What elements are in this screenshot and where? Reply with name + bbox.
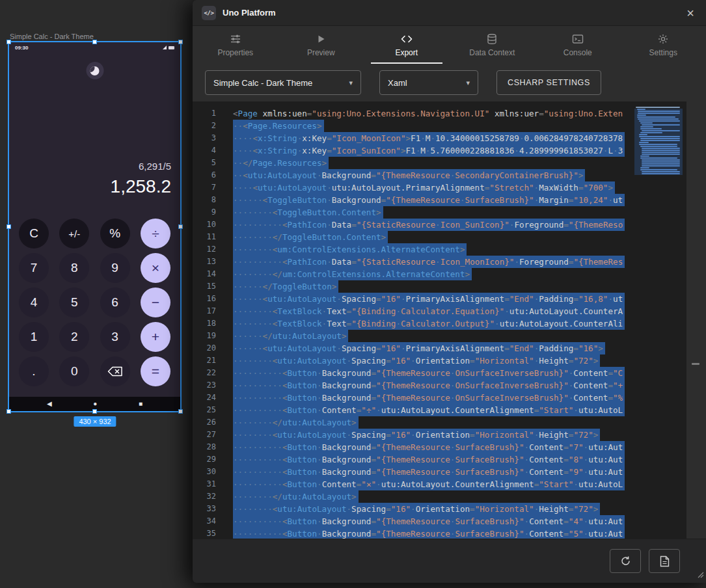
calc-button-9[interactable]: 9 (100, 253, 130, 283)
calc-button-=[interactable]: = (141, 356, 170, 386)
code-line[interactable]: ··········<Button·Background="{ThemeReso… (233, 392, 634, 404)
export-file-button[interactable] (649, 549, 680, 573)
calc-button-+[interactable]: + (141, 322, 170, 352)
window-titlebar[interactable]: </> Uno Platform × (193, 0, 706, 26)
code-line[interactable]: ····<x:String·x:Key="Icon_SunIcon">F1·M·… (233, 144, 634, 157)
selection-handle-se[interactable] (178, 409, 183, 414)
selection-handle-w[interactable] (7, 224, 11, 229)
code-line[interactable]: ··········<Button·Background="{ThemeReso… (233, 441, 634, 453)
calc-button-4[interactable]: 4 (19, 287, 49, 317)
code-line[interactable]: ··········<Button·Background="{ThemeReso… (233, 528, 634, 539)
calc-button-+/-[interactable]: +/- (59, 219, 89, 248)
minimap[interactable] (634, 101, 686, 539)
refresh-button[interactable] (610, 549, 641, 573)
code-line[interactable]: ········<ToggleButton.Content> (233, 206, 634, 219)
resize-grip[interactable] (696, 569, 704, 581)
minimap-line (638, 118, 679, 120)
selection-handle-e[interactable] (178, 224, 183, 229)
code-line[interactable]: ········</ToggleButton.Content> (233, 231, 634, 243)
code-line[interactable]: ··········<Button·Background="{ThemeReso… (233, 515, 634, 528)
calc-button-×[interactable]: × (141, 253, 170, 283)
code-line[interactable]: ········</um:ControlExtensions.Alternate… (233, 268, 634, 280)
calc-button-8[interactable]: 8 (59, 253, 89, 283)
csharp-settings-button[interactable]: CSHARP SETTINGS (496, 70, 601, 95)
code-line[interactable]: <Page xmlns:uen="using:Uno.Extensions.Na… (233, 107, 634, 120)
calc-button-1[interactable]: 1 (19, 322, 49, 352)
line-number: 8 (193, 194, 220, 206)
calc-button-−[interactable]: − (141, 287, 170, 317)
calc-button-3[interactable]: 3 (100, 322, 130, 352)
code-line[interactable]: ······<utu:AutoLayout·Spacing="16"·Prima… (233, 293, 634, 305)
tab-console[interactable]: Console (535, 26, 621, 64)
code-line[interactable]: ··········<Button·Background="{ThemeReso… (233, 453, 634, 466)
calc-button-0[interactable]: 0 (59, 356, 89, 386)
minimap-line (640, 128, 662, 129)
theme-toggle-button[interactable] (86, 62, 103, 79)
close-icon[interactable]: × (686, 7, 694, 20)
phone-artboard[interactable]: 09:30 6,291/5 1,258.2 C+/-%÷789×456−123+… (9, 42, 180, 411)
code-line[interactable]: ··</Page.Resources> (233, 157, 634, 169)
code-line[interactable]: ········<utu:AutoLayout·Spacing="16"·Ori… (233, 354, 634, 367)
back-icon[interactable]: ◀ (47, 401, 52, 407)
scrollbar[interactable] (686, 101, 706, 539)
tab-data-context[interactable]: Data Context (450, 26, 536, 64)
tab-preview[interactable]: Preview (278, 26, 364, 64)
code-line[interactable]: ··········<PathIcon·Data="{StaticResourc… (233, 219, 634, 231)
code-line[interactable]: ······<ToggleButton·Background="{ThemeRe… (233, 194, 634, 206)
code-line[interactable]: ········<utu:AutoLayout·Spacing="16"·Ori… (233, 429, 634, 441)
minimap-line (642, 165, 680, 167)
minimap-line (642, 148, 680, 149)
code-line[interactable]: ··········<Button·Background="{ThemeReso… (233, 466, 634, 478)
line-number: 16 (193, 293, 220, 305)
calc-button-7[interactable]: 7 (19, 253, 49, 283)
code-lines[interactable]: <Page xmlns:uen="using:Uno.Extensions.Na… (220, 101, 634, 539)
code-line[interactable]: ········<TextBlock·Text="{Binding·Calcul… (233, 305, 634, 317)
line-number: 32 (193, 490, 220, 503)
calc-button-÷[interactable]: ÷ (141, 219, 170, 248)
code-line[interactable]: ··········<PathIcon·Data="{StaticResourc… (233, 256, 634, 268)
minimap-line (640, 157, 677, 159)
selection-handle-n[interactable] (92, 40, 97, 44)
theme-dropdown[interactable]: Simple Calc - Dark Theme ▾ (205, 70, 361, 95)
code-line[interactable]: ······</ToggleButton> (233, 280, 634, 293)
selection-handle-nw[interactable] (7, 40, 11, 44)
tab-settings[interactable]: Settings (621, 26, 706, 64)
code-line[interactable]: ········</utu:AutoLayout> (233, 416, 634, 429)
calc-button-5[interactable]: 5 (59, 287, 89, 317)
code-line[interactable]: ····<utu:AutoLayout·utu:AutoLayout.Prima… (233, 181, 634, 194)
calc-button-2[interactable]: 2 (59, 322, 89, 352)
code-line[interactable]: ··········<Button·Background="{ThemeReso… (233, 367, 634, 379)
code-line[interactable]: ··········<Button·Content="✕"·utu:AutoLa… (233, 478, 634, 490)
line-number: 31 (193, 478, 220, 490)
code-line[interactable]: ··<utu:AutoLayout·Background="{ThemeReso… (233, 169, 634, 181)
chevron-down-icon: ▾ (349, 79, 353, 87)
minimap-line (642, 159, 680, 161)
code-line[interactable]: ··<Page.Resources> (233, 120, 634, 132)
tab-export[interactable]: Export (364, 26, 450, 64)
recents-icon[interactable]: ■ (139, 401, 143, 407)
home-icon[interactable]: ● (93, 401, 97, 407)
calc-button-6[interactable]: 6 (100, 287, 130, 317)
line-number: 12 (193, 243, 220, 256)
scrollbar-thumb[interactable] (692, 363, 699, 365)
code-line[interactable]: ······<utu:AutoLayout·Spacing="16"·Prima… (233, 342, 634, 354)
calc-button-.[interactable]: . (19, 356, 49, 386)
code-line[interactable]: ··········<Button·Background="{ThemeReso… (233, 379, 634, 392)
minimap-line (640, 132, 662, 133)
selection-handle-s[interactable] (92, 409, 97, 414)
selection-handle-ne[interactable] (178, 40, 183, 44)
selection-handle-sw[interactable] (7, 409, 11, 414)
code-line[interactable]: ········<utu:AutoLayout·Spacing="16"·Ori… (233, 503, 634, 515)
format-dropdown[interactable]: Xaml ▾ (379, 70, 478, 95)
calc-button-backspace[interactable] (100, 356, 130, 386)
code-line[interactable]: ········<um:ControlExtensions.AlternateC… (233, 243, 634, 256)
code-line[interactable]: ········<TextBlock·Text="{Binding·Calcul… (233, 317, 634, 330)
code-line[interactable]: ····<x:String·x:Key="Icon_MoonIcon">F1·M… (233, 132, 634, 144)
code-line[interactable]: ··········<Button·Content="÷"·utu:AutoLa… (233, 404, 634, 416)
calc-button-%[interactable]: % (100, 219, 130, 248)
code-line[interactable]: ········</utu:AutoLayout> (233, 490, 634, 503)
calc-output: 1,258.2 (111, 176, 171, 197)
calc-button-C[interactable]: C (19, 219, 49, 248)
tab-properties[interactable]: Properties (193, 26, 278, 64)
code-line[interactable]: ······</utu:AutoLayout> (233, 330, 634, 342)
